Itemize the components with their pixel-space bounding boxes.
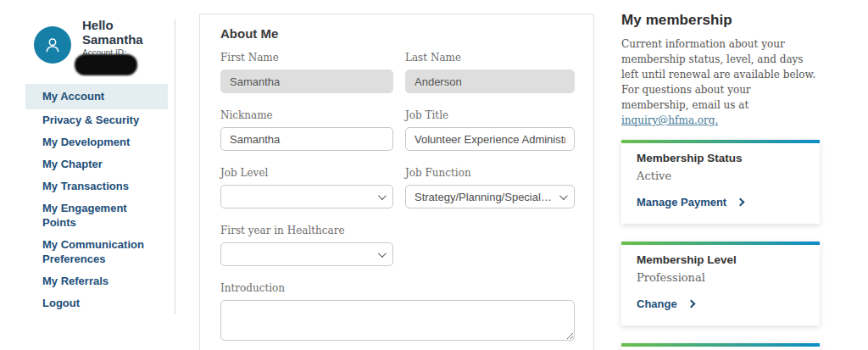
job-title-field-group: Job Title [405,109,575,151]
about-me-card: About Me First Name Last Name Nickname J… [199,14,594,350]
job-function-field-group: Job Function Strategy/Planning/Special P… [405,167,575,208]
my-membership-title: My membership [621,12,820,29]
manage-payment-label: Manage Payment [637,196,726,208]
manage-payment-link[interactable]: Manage Payment [637,196,804,208]
greeting-line2: Samantha [82,32,143,47]
last-name-label: Last Name [405,52,575,64]
greeting-line1: Hello [82,18,143,32]
chevron-down-icon [378,249,387,258]
chevron-down-icon [378,192,387,200]
sidebar-item-my-communication-preferences[interactable]: My Communication Preferences [25,234,168,270]
job-function-label: Job Function [405,167,575,179]
introduction-textarea[interactable] [220,300,575,341]
sidebar-item-my-transactions[interactable]: My Transactions [25,175,168,197]
nickname-field-group: Nickname [220,109,393,151]
first-year-label: First year in Healthcare [220,225,393,236]
first-name-field-group: First Name [220,52,393,93]
person-icon [42,34,64,56]
job-title-input[interactable] [405,127,575,151]
sidebar-item-privacy-security[interactable]: Privacy & Security [25,109,168,131]
job-level-select[interactable] [220,185,393,208]
sidebar-item-my-account[interactable]: My Account [25,84,168,109]
avatar [34,26,71,64]
job-function-select[interactable]: Strategy/Planning/Special Projects [405,185,575,208]
membership-renewal-card: Membership Renewal May 31, 2060 (12998 D… [621,343,820,350]
sidebar: Hello Samantha Account ID: My Account Pr… [0,0,175,350]
nickname-label: Nickname [220,109,393,121]
membership-cards: Membership Status Active Manage Payment … [621,140,820,350]
introduction-label: Introduction [220,282,575,294]
sidebar-item-my-referrals[interactable]: My Referrals [25,270,168,292]
chevron-down-icon [559,192,568,200]
my-membership-section: My membership Current information about … [621,12,820,350]
greeting: Hello Samantha [82,18,143,47]
job-level-field-group: Job Level [220,167,393,208]
job-level-label: Job Level [220,167,393,179]
account-id-redacted [75,54,137,75]
membership-level-value: Professional [637,271,804,284]
membership-level-card: Membership Level Professional Change [621,242,820,325]
sidebar-item-logout[interactable]: Logout [25,292,168,314]
first-name-label: First Name [220,52,393,64]
first-name-input [220,69,393,93]
change-level-link[interactable]: Change [637,297,804,310]
membership-email-link[interactable]: inquiry@hfma.org. [621,114,718,126]
sidebar-nav: My Account Privacy & Security My Develop… [25,84,168,314]
last-name-field-group: Last Name [405,52,575,93]
chevron-right-icon [687,300,695,308]
membership-status-card: Membership Status Active Manage Payment [621,140,820,224]
nickname-input[interactable] [220,127,393,151]
last-name-input [405,69,575,93]
spacer-cell [405,225,575,266]
about-me-form: First Name Last Name Nickname Job Title … [220,52,573,350]
membership-description-text: Current information about your membershi… [621,38,815,111]
sidebar-item-my-development[interactable]: My Development [25,131,168,153]
job-function-value: Strategy/Planning/Special Projects [415,191,553,203]
first-year-field-group: First year in Healthcare [220,225,393,266]
about-me-title: About Me [220,26,573,41]
membership-status-title: Membership Status [637,152,804,164]
change-level-label: Change [637,297,677,310]
sidebar-item-my-engagement-points[interactable]: My Engagement Points [25,197,168,234]
introduction-field-group: Introduction [220,282,575,344]
membership-status-value: Active [637,169,804,182]
sidebar-item-my-chapter[interactable]: My Chapter [25,153,168,175]
first-year-select[interactable] [220,242,393,266]
my-membership-description: Current information about your membershi… [621,36,820,128]
chevron-right-icon [737,198,745,207]
membership-level-title: Membership Level [637,253,804,266]
job-title-label: Job Title [405,109,575,121]
sidebar-divider [175,19,175,314]
